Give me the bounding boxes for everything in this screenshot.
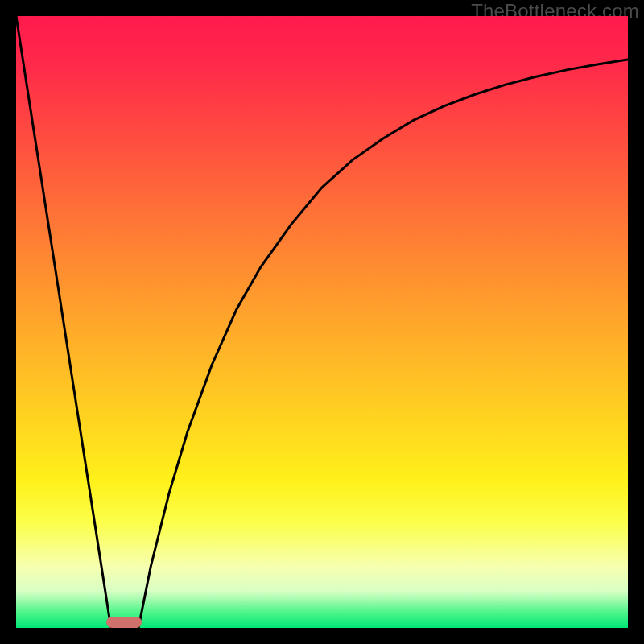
optimum-marker: [106, 617, 141, 628]
curve-right-branch: [138, 60, 628, 628]
chart-frame: TheBottleneck.com: [0, 0, 644, 644]
curve-left-branch: [16, 16, 111, 628]
plot-area: [16, 16, 628, 628]
curve-svg: [16, 16, 628, 628]
